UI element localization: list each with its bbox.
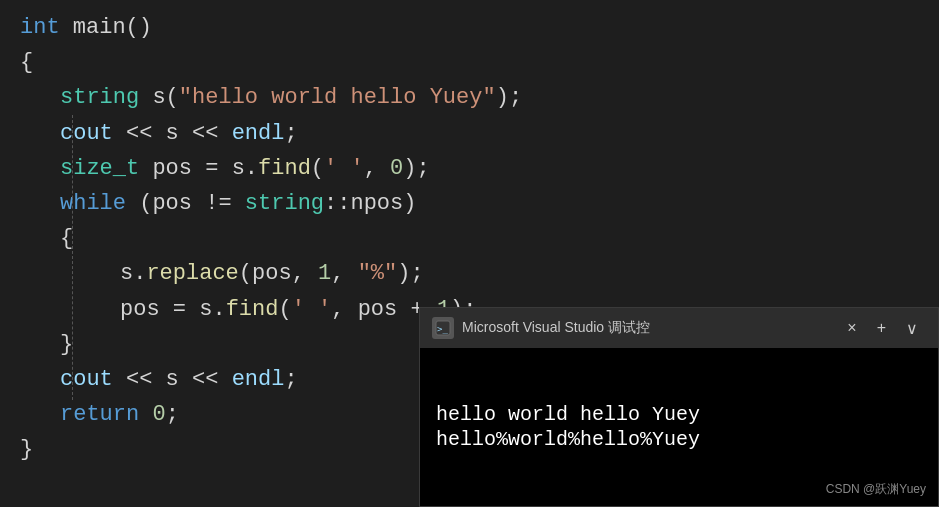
fn-find2: find: [226, 292, 279, 327]
terminal-output-line1: hello world hello Yuey: [436, 403, 922, 426]
code-line-2: {: [20, 45, 939, 80]
terminal-body: hello world hello Yuey hello%world%hello…: [420, 348, 938, 506]
code-text: [139, 397, 152, 432]
code-text: (: [278, 292, 291, 327]
code-text: s.: [120, 256, 146, 291]
var-endl: endl: [232, 116, 285, 151]
code-text: ;: [284, 116, 297, 151]
code-line-6: while (pos != string ::npos): [20, 186, 939, 221]
var-cout: cout: [60, 116, 113, 151]
terminal-app-icon: >_: [432, 317, 454, 339]
code-text: (pos !=: [126, 186, 245, 221]
code-line-7: {: [20, 221, 939, 256]
code-editor: int main() { string s( "hello world hell…: [0, 0, 939, 507]
code-text: );: [496, 80, 522, 115]
terminal-titlebar: >_ Microsoft Visual Studio 调试控 × + ∨: [420, 308, 938, 348]
code-text: (pos,: [239, 256, 318, 291]
code-text: ,: [364, 151, 390, 186]
terminal-title: Microsoft Visual Studio 调试控: [462, 319, 831, 337]
char-literal2: ' ': [292, 292, 332, 327]
code-line-8: s. replace (pos, 1 , "%" );: [20, 256, 939, 291]
terminal-add-button[interactable]: +: [869, 317, 894, 339]
char-literal: ' ': [324, 151, 364, 186]
var-endl2: endl: [232, 362, 285, 397]
code-text: );: [397, 256, 423, 291]
keyword-while: while: [60, 186, 126, 221]
terminal-chevron-button[interactable]: ∨: [898, 317, 926, 340]
watermark: CSDN @跃渊Yuey: [826, 481, 926, 498]
keyword-return: return: [60, 397, 139, 432]
code-text: );: [403, 151, 429, 186]
code-text: << s <<: [113, 116, 232, 151]
number-literal: 0: [390, 151, 403, 186]
keyword-string2: string: [245, 186, 324, 221]
code-text: s(: [139, 80, 179, 115]
brace-close2: }: [20, 432, 33, 467]
code-line-1: int main(): [20, 10, 939, 45]
keyword-int: int: [20, 10, 60, 45]
svg-text:>_: >_: [437, 324, 448, 334]
code-text: ,: [331, 256, 357, 291]
indent-guide: [72, 115, 73, 400]
keyword-string: string: [60, 80, 139, 115]
code-text: pos = s.: [120, 292, 226, 327]
var-cout2: cout: [60, 362, 113, 397]
string-literal: "hello world hello Yuey": [179, 80, 496, 115]
terminal-output-line2: hello%world%hello%Yuey: [436, 428, 922, 451]
string-percent: "%": [358, 256, 398, 291]
code-line-4: cout << s << endl ;: [20, 116, 939, 151]
code-text: ::npos): [324, 186, 416, 221]
terminal-window: >_ Microsoft Visual Studio 调试控 × + ∨ hel…: [419, 307, 939, 507]
code-text: ;: [166, 397, 179, 432]
fn-replace: replace: [146, 256, 238, 291]
code-text: (: [311, 151, 324, 186]
terminal-buttons: × + ∨: [839, 317, 926, 340]
brace-open: {: [20, 45, 33, 80]
code-text: main(): [60, 10, 152, 45]
code-text: ;: [284, 362, 297, 397]
code-text: pos = s.: [139, 151, 258, 186]
number-literal2: 1: [318, 256, 331, 291]
terminal-close-button[interactable]: ×: [839, 317, 864, 339]
code-text: << s <<: [113, 362, 232, 397]
code-line-5: size_t pos = s. find ( ' ' , 0 );: [20, 151, 939, 186]
number-zero: 0: [152, 397, 165, 432]
fn-find: find: [258, 151, 311, 186]
code-line-3: string s( "hello world hello Yuey" );: [20, 80, 939, 115]
